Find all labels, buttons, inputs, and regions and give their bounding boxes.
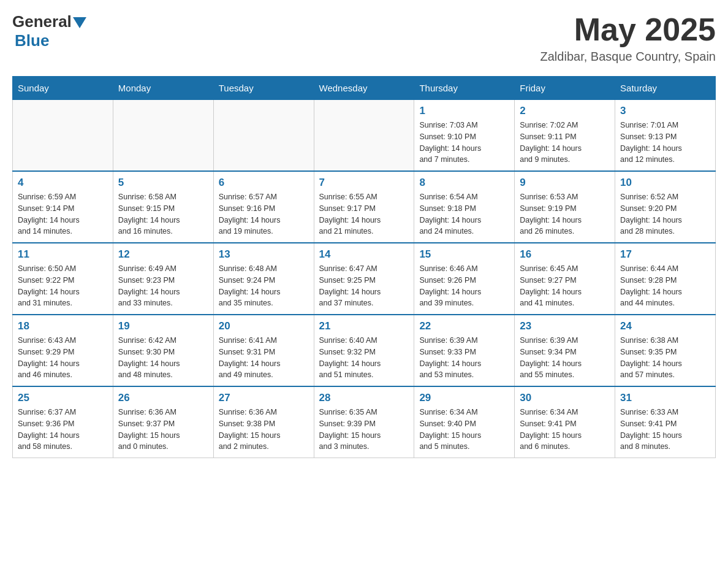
calendar-cell [314, 100, 414, 172]
day-number: 16 [520, 248, 610, 261]
day-info: Sunrise: 6:37 AM Sunset: 9:36 PM Dayligh… [18, 407, 108, 453]
day-info: Sunrise: 6:55 AM Sunset: 9:17 PM Dayligh… [319, 191, 409, 237]
day-info: Sunrise: 6:52 AM Sunset: 9:20 PM Dayligh… [620, 191, 710, 237]
logo-general-text: General [12, 12, 72, 31]
day-info: Sunrise: 7:01 AM Sunset: 9:13 PM Dayligh… [620, 120, 710, 166]
week-row-2: 4Sunrise: 6:59 AM Sunset: 9:14 PM Daylig… [13, 171, 716, 243]
day-number: 15 [419, 248, 509, 261]
month-title: May 2025 [540, 12, 716, 47]
col-sunday: Sunday [13, 77, 113, 100]
day-info: Sunrise: 6:57 AM Sunset: 9:16 PM Dayligh… [219, 191, 309, 237]
col-friday: Friday [515, 77, 615, 100]
calendar-cell: 25Sunrise: 6:37 AM Sunset: 9:36 PM Dayli… [13, 386, 113, 458]
day-number: 13 [219, 248, 309, 261]
location-text: Zaldibar, Basque Country, Spain [540, 50, 716, 64]
day-info: Sunrise: 6:43 AM Sunset: 9:29 PM Dayligh… [18, 335, 108, 381]
title-section: May 2025 Zaldibar, Basque Country, Spain [540, 12, 716, 64]
day-info: Sunrise: 6:42 AM Sunset: 9:30 PM Dayligh… [118, 335, 208, 381]
day-number: 7 [319, 177, 409, 189]
day-info: Sunrise: 6:48 AM Sunset: 9:24 PM Dayligh… [219, 263, 309, 309]
calendar-cell: 24Sunrise: 6:38 AM Sunset: 9:35 PM Dayli… [615, 315, 716, 386]
calendar-cell: 2Sunrise: 7:02 AM Sunset: 9:11 PM Daylig… [515, 100, 615, 172]
day-info: Sunrise: 6:35 AM Sunset: 9:39 PM Dayligh… [319, 407, 409, 453]
day-number: 24 [620, 320, 710, 332]
day-number: 18 [18, 320, 108, 332]
calendar-cell: 23Sunrise: 6:39 AM Sunset: 9:34 PM Dayli… [515, 315, 615, 386]
day-number: 31 [620, 392, 710, 404]
logo: General Blue [12, 12, 86, 50]
day-number: 28 [319, 392, 409, 404]
day-info: Sunrise: 6:34 AM Sunset: 9:41 PM Dayligh… [520, 407, 610, 453]
calendar-cell: 10Sunrise: 6:52 AM Sunset: 9:20 PM Dayli… [615, 171, 716, 243]
calendar-cell: 6Sunrise: 6:57 AM Sunset: 9:16 PM Daylig… [213, 171, 314, 243]
day-info: Sunrise: 6:39 AM Sunset: 9:33 PM Dayligh… [419, 335, 509, 381]
day-number: 10 [620, 177, 710, 189]
calendar-cell [113, 100, 213, 172]
calendar-cell: 28Sunrise: 6:35 AM Sunset: 9:39 PM Dayli… [314, 386, 414, 458]
day-number: 5 [118, 177, 208, 189]
day-number: 20 [219, 320, 309, 332]
calendar-cell: 26Sunrise: 6:36 AM Sunset: 9:37 PM Dayli… [113, 386, 213, 458]
calendar-cell: 16Sunrise: 6:45 AM Sunset: 9:27 PM Dayli… [515, 243, 615, 315]
calendar-cell: 4Sunrise: 6:59 AM Sunset: 9:14 PM Daylig… [13, 171, 113, 243]
col-monday: Monday [113, 77, 213, 100]
day-number: 3 [620, 105, 710, 117]
calendar-table: Sunday Monday Tuesday Wednesday Thursday… [12, 76, 716, 458]
week-row-5: 25Sunrise: 6:37 AM Sunset: 9:36 PM Dayli… [13, 386, 716, 458]
day-info: Sunrise: 6:39 AM Sunset: 9:34 PM Dayligh… [520, 335, 610, 381]
day-number: 17 [620, 248, 710, 261]
day-number: 29 [419, 392, 509, 404]
day-number: 8 [419, 177, 509, 189]
page-header: General Blue May 2025 Zaldibar, Basque C… [12, 12, 716, 64]
calendar-cell: 20Sunrise: 6:41 AM Sunset: 9:31 PM Dayli… [213, 315, 314, 386]
day-number: 27 [219, 392, 309, 404]
day-info: Sunrise: 6:45 AM Sunset: 9:27 PM Dayligh… [520, 263, 610, 309]
day-info: Sunrise: 6:58 AM Sunset: 9:15 PM Dayligh… [118, 191, 208, 237]
calendar-cell: 3Sunrise: 7:01 AM Sunset: 9:13 PM Daylig… [615, 100, 716, 172]
day-number: 19 [118, 320, 208, 332]
calendar-cell: 21Sunrise: 6:40 AM Sunset: 9:32 PM Dayli… [314, 315, 414, 386]
calendar-cell: 22Sunrise: 6:39 AM Sunset: 9:33 PM Dayli… [414, 315, 515, 386]
day-info: Sunrise: 6:53 AM Sunset: 9:19 PM Dayligh… [520, 191, 610, 237]
calendar-cell [213, 100, 314, 172]
day-number: 30 [520, 392, 610, 404]
calendar-cell: 7Sunrise: 6:55 AM Sunset: 9:17 PM Daylig… [314, 171, 414, 243]
calendar-cell: 9Sunrise: 6:53 AM Sunset: 9:19 PM Daylig… [515, 171, 615, 243]
day-number: 14 [319, 248, 409, 261]
logo-triangle-icon [73, 17, 86, 28]
calendar-cell: 1Sunrise: 7:03 AM Sunset: 9:10 PM Daylig… [414, 100, 515, 172]
calendar-cell: 14Sunrise: 6:47 AM Sunset: 9:25 PM Dayli… [314, 243, 414, 315]
day-info: Sunrise: 6:44 AM Sunset: 9:28 PM Dayligh… [620, 263, 710, 309]
calendar-cell: 31Sunrise: 6:33 AM Sunset: 9:41 PM Dayli… [615, 386, 716, 458]
day-info: Sunrise: 6:47 AM Sunset: 9:25 PM Dayligh… [319, 263, 409, 309]
logo-blue-text: Blue [15, 31, 49, 50]
day-number: 6 [219, 177, 309, 189]
day-number: 21 [319, 320, 409, 332]
day-number: 23 [520, 320, 610, 332]
day-info: Sunrise: 6:46 AM Sunset: 9:26 PM Dayligh… [419, 263, 509, 309]
week-row-1: 1Sunrise: 7:03 AM Sunset: 9:10 PM Daylig… [13, 100, 716, 172]
week-row-3: 11Sunrise: 6:50 AM Sunset: 9:22 PM Dayli… [13, 243, 716, 315]
day-number: 1 [419, 105, 509, 117]
day-info: Sunrise: 6:36 AM Sunset: 9:38 PM Dayligh… [219, 407, 309, 453]
day-info: Sunrise: 6:59 AM Sunset: 9:14 PM Dayligh… [18, 191, 108, 237]
col-thursday: Thursday [414, 77, 515, 100]
calendar-cell: 12Sunrise: 6:49 AM Sunset: 9:23 PM Dayli… [113, 243, 213, 315]
day-info: Sunrise: 7:03 AM Sunset: 9:10 PM Dayligh… [419, 120, 509, 166]
day-info: Sunrise: 6:41 AM Sunset: 9:31 PM Dayligh… [219, 335, 309, 381]
calendar-cell: 11Sunrise: 6:50 AM Sunset: 9:22 PM Dayli… [13, 243, 113, 315]
day-number: 11 [18, 248, 108, 261]
col-saturday: Saturday [615, 77, 716, 100]
day-info: Sunrise: 6:54 AM Sunset: 9:18 PM Dayligh… [419, 191, 509, 237]
calendar-cell: 13Sunrise: 6:48 AM Sunset: 9:24 PM Dayli… [213, 243, 314, 315]
svg-marker-0 [73, 17, 86, 28]
day-number: 26 [118, 392, 208, 404]
day-number: 12 [118, 248, 208, 261]
calendar-cell: 27Sunrise: 6:36 AM Sunset: 9:38 PM Dayli… [213, 386, 314, 458]
day-info: Sunrise: 6:38 AM Sunset: 9:35 PM Dayligh… [620, 335, 710, 381]
col-tuesday: Tuesday [213, 77, 314, 100]
day-info: Sunrise: 6:49 AM Sunset: 9:23 PM Dayligh… [118, 263, 208, 309]
day-info: Sunrise: 6:40 AM Sunset: 9:32 PM Dayligh… [319, 335, 409, 381]
calendar-cell: 19Sunrise: 6:42 AM Sunset: 9:30 PM Dayli… [113, 315, 213, 386]
day-number: 4 [18, 177, 108, 189]
